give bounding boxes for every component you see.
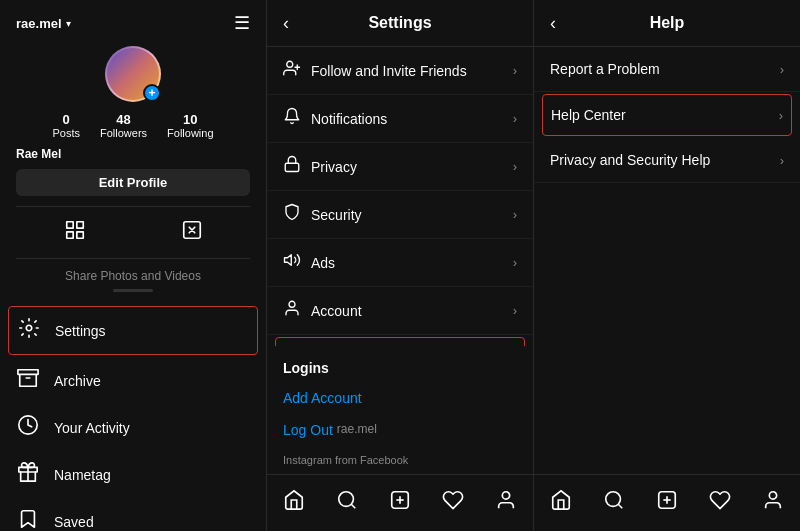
follow-icon xyxy=(283,59,311,82)
report-label: Report a Problem xyxy=(550,61,780,77)
settings-item-notifications[interactable]: Notifications › xyxy=(267,95,533,143)
account-icon xyxy=(283,299,311,322)
profile-nav-button-right[interactable] xyxy=(752,485,794,521)
privacy-help-label: Privacy and Security Help xyxy=(550,152,780,168)
home-nav-button[interactable] xyxy=(273,485,315,521)
settings-icon xyxy=(17,317,41,344)
heart-nav-button-right[interactable] xyxy=(699,485,741,521)
add-account-link[interactable]: Add Account xyxy=(267,382,533,414)
svg-point-5 xyxy=(26,325,32,331)
avatar-container: + xyxy=(105,46,161,102)
add-nav-button[interactable] xyxy=(379,485,421,521)
stat-posts: 0 Posts xyxy=(52,112,80,139)
menu-item-settings[interactable]: Settings xyxy=(8,306,258,355)
share-photos-text: Share Photos and Videos xyxy=(65,263,201,285)
svg-point-20 xyxy=(339,492,354,507)
following-label: Following xyxy=(167,127,213,139)
activity-icon xyxy=(16,414,40,441)
help-list: Report a Problem › Help Center › Privacy… xyxy=(534,47,800,474)
settings-item-security[interactable]: Security › xyxy=(267,191,533,239)
left-panel: rae.mel ▾ ☰ + 0 Posts 48 Followers 10 Fo… xyxy=(0,0,267,531)
saved-icon xyxy=(16,508,40,531)
hamburger-icon[interactable]: ☰ xyxy=(234,12,250,34)
chevron-right-icon: › xyxy=(513,303,517,318)
menu-item-activity[interactable]: Your Activity xyxy=(0,404,266,451)
chevron-right-icon: › xyxy=(780,62,784,77)
settings-item-privacy[interactable]: Privacy › xyxy=(267,143,533,191)
chevron-right-icon: › xyxy=(780,153,784,168)
settings-item-help[interactable]: Help › xyxy=(275,337,525,346)
settings-ads-label: Ads xyxy=(311,255,513,271)
heart-nav-button[interactable] xyxy=(432,485,474,521)
nametag-icon xyxy=(16,461,40,488)
settings-item-ads[interactable]: Ads › xyxy=(267,239,533,287)
archive-icon xyxy=(16,367,40,394)
edit-profile-button[interactable]: Edit Profile xyxy=(16,169,250,196)
top-bar: rae.mel ▾ ☰ xyxy=(16,12,250,34)
instagram-from-fb: Instagram from Facebook xyxy=(267,446,533,474)
svg-line-27 xyxy=(618,504,622,508)
menu-item-nametag-label: Nametag xyxy=(54,467,111,483)
chevron-right-icon: › xyxy=(779,108,783,123)
left-menu-list: Settings Archive Your Activity Nametag S… xyxy=(0,304,266,531)
logout-link[interactable]: Log Out rae.mel xyxy=(267,414,533,446)
chevron-right-icon: › xyxy=(513,255,517,270)
svg-rect-1 xyxy=(76,222,82,228)
back-button[interactable]: ‹ xyxy=(283,13,289,34)
bell-icon xyxy=(283,107,311,130)
settings-notifications-label: Notifications xyxy=(311,111,513,127)
help-header: ‹ Help xyxy=(534,0,800,47)
svg-rect-12 xyxy=(285,163,299,171)
chevron-right-icon: › xyxy=(513,159,517,174)
tag-view-button[interactable] xyxy=(161,215,223,250)
add-story-badge[interactable]: + xyxy=(143,84,161,102)
logins-label: Logins xyxy=(267,346,533,382)
username-bar[interactable]: rae.mel ▾ xyxy=(16,16,71,31)
profile-display-name: Rae Mel xyxy=(16,147,61,161)
home-nav-button-right[interactable] xyxy=(540,485,582,521)
logout-username: rae.mel xyxy=(337,422,377,438)
profile-nav-button[interactable] xyxy=(485,485,527,521)
help-center-label: Help Center xyxy=(551,107,779,123)
menu-item-saved[interactable]: Saved xyxy=(0,498,266,531)
chevron-down-icon: ▾ xyxy=(66,18,71,29)
menu-item-archive[interactable]: Archive xyxy=(0,357,266,404)
help-back-button[interactable]: ‹ xyxy=(550,13,556,34)
shield-icon xyxy=(283,203,311,226)
middle-bottom-nav xyxy=(267,474,533,531)
grid-view-button[interactable] xyxy=(44,215,106,250)
username-text: rae.mel xyxy=(16,16,62,31)
svg-rect-3 xyxy=(76,232,82,238)
settings-account-label: Account xyxy=(311,303,513,319)
followers-label: Followers xyxy=(100,127,147,139)
svg-point-31 xyxy=(770,492,777,499)
settings-follow-label: Follow and Invite Friends xyxy=(311,63,513,79)
svg-point-26 xyxy=(606,492,621,507)
menu-item-nametag[interactable]: Nametag xyxy=(0,451,266,498)
settings-security-label: Security xyxy=(311,207,513,223)
search-nav-button[interactable] xyxy=(326,485,368,521)
help-item-privacy[interactable]: Privacy and Security Help › xyxy=(534,138,800,183)
svg-rect-0 xyxy=(66,222,72,228)
search-nav-button-right[interactable] xyxy=(593,485,635,521)
settings-title: Settings xyxy=(368,14,431,32)
ads-icon xyxy=(283,251,311,274)
svg-point-9 xyxy=(287,61,293,67)
logins-section: Logins Add Account Log Out rae.mel Insta… xyxy=(267,346,533,474)
help-item-center[interactable]: Help Center › xyxy=(542,94,792,136)
settings-item-follow[interactable]: Follow and Invite Friends › xyxy=(267,47,533,95)
middle-panel: ‹ Settings Follow and Invite Friends › N… xyxy=(267,0,534,531)
chevron-right-icon: › xyxy=(513,111,517,126)
settings-list: Follow and Invite Friends › Notification… xyxy=(267,47,533,346)
help-item-report[interactable]: Report a Problem › xyxy=(534,47,800,92)
menu-item-settings-label: Settings xyxy=(55,323,106,339)
add-nav-button-right[interactable] xyxy=(646,485,688,521)
help-title: Help xyxy=(650,14,685,32)
chevron-right-icon: › xyxy=(513,63,517,78)
settings-item-account[interactable]: Account › xyxy=(267,287,533,335)
stats-row: 0 Posts 48 Followers 10 Following xyxy=(52,112,213,139)
divider-bar xyxy=(113,289,153,292)
svg-marker-13 xyxy=(285,255,292,266)
menu-item-archive-label: Archive xyxy=(54,373,101,389)
settings-header: ‹ Settings xyxy=(267,0,533,47)
